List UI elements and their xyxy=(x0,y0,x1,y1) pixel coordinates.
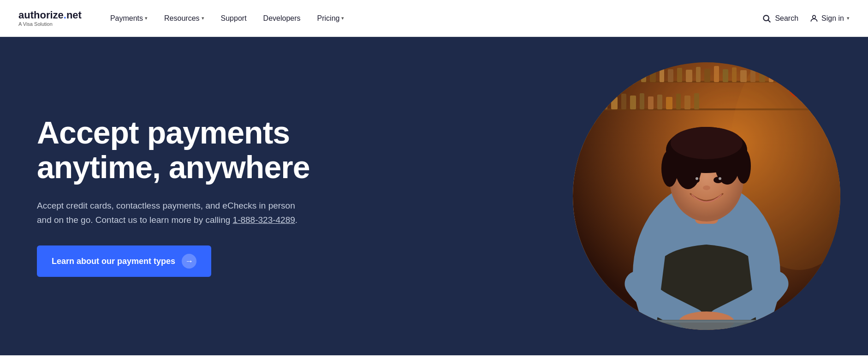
svg-rect-46 xyxy=(666,97,672,109)
nav-payments-label: Payments xyxy=(110,14,143,23)
search-button[interactable]: Search xyxy=(762,14,798,23)
user-icon xyxy=(809,14,819,23)
svg-rect-16 xyxy=(668,69,673,82)
svg-point-66 xyxy=(719,177,721,180)
svg-rect-34 xyxy=(832,70,838,82)
svg-point-67 xyxy=(703,185,710,190)
chevron-down-icon: ▾ xyxy=(847,15,850,21)
svg-rect-52 xyxy=(798,62,800,78)
svg-rect-9 xyxy=(605,68,610,82)
signin-button[interactable]: Sign in ▾ xyxy=(809,14,850,23)
hero-description-end: . xyxy=(295,215,297,225)
svg-rect-14 xyxy=(650,70,656,82)
nav-item-support[interactable]: Support xyxy=(214,11,253,26)
logo-text-authorize: authorize xyxy=(18,9,64,21)
svg-rect-13 xyxy=(641,67,646,82)
svg-rect-37 xyxy=(584,93,590,109)
nav-item-resources[interactable]: Resources ▾ xyxy=(158,11,210,26)
svg-rect-33 xyxy=(823,66,828,82)
svg-rect-39 xyxy=(602,94,607,109)
hero-description: Accept credit cards, contactless payment… xyxy=(37,199,304,227)
svg-rect-23 xyxy=(732,67,737,82)
main-nav: Payments ▾ Resources ▾ Support Developer… xyxy=(104,11,762,26)
svg-point-2 xyxy=(813,15,816,18)
search-label: Search xyxy=(775,14,798,23)
svg-rect-49 xyxy=(694,93,699,109)
svg-line-1 xyxy=(768,20,771,22)
svg-rect-22 xyxy=(723,69,728,82)
svg-rect-17 xyxy=(677,68,682,82)
person-svg xyxy=(573,62,840,330)
hero-content: Accept payments anytime, anywhere Accept… xyxy=(37,115,360,277)
svg-rect-19 xyxy=(696,67,701,82)
svg-rect-8 xyxy=(595,71,601,82)
svg-rect-32 xyxy=(814,69,820,82)
hero-section: Accept payments anytime, anywhere Accept… xyxy=(0,37,868,355)
svg-point-65 xyxy=(696,177,698,180)
nav-resources-label: Resources xyxy=(164,14,199,23)
svg-point-63 xyxy=(690,177,700,183)
logo-link[interactable]: authorize.net A Visa Solution xyxy=(18,10,82,27)
svg-rect-28 xyxy=(777,70,783,82)
svg-rect-30 xyxy=(795,69,802,82)
hero-image xyxy=(573,62,840,330)
svg-rect-47 xyxy=(676,94,681,109)
svg-rect-44 xyxy=(648,96,654,109)
svg-rect-40 xyxy=(611,97,618,109)
nav-item-payments[interactable]: Payments ▾ xyxy=(104,11,154,26)
svg-rect-21 xyxy=(714,66,719,82)
cta-button[interactable]: Learn about our payment types → xyxy=(37,245,211,277)
nav-developers-label: Developers xyxy=(263,14,301,23)
svg-rect-38 xyxy=(594,96,598,109)
svg-point-64 xyxy=(713,177,723,183)
svg-rect-43 xyxy=(640,93,644,109)
svg-point-0 xyxy=(764,15,769,21)
header-actions: Search Sign in ▾ xyxy=(762,14,850,23)
svg-rect-12 xyxy=(632,69,637,82)
cta-label: Learn about our payment types xyxy=(52,257,175,266)
chevron-down-icon: ▾ xyxy=(202,15,204,21)
svg-rect-42 xyxy=(630,96,636,109)
search-icon xyxy=(762,14,771,23)
svg-rect-18 xyxy=(686,70,692,82)
nav-item-pricing[interactable]: Pricing ▾ xyxy=(311,11,351,26)
site-header: authorize.net A Visa Solution Payments ▾… xyxy=(0,0,868,37)
hero-circle-frame xyxy=(573,62,840,330)
logo-subtitle: A Visa Solution xyxy=(18,21,82,27)
svg-rect-20 xyxy=(704,69,710,82)
chevron-down-icon: ▾ xyxy=(145,15,148,21)
chevron-down-icon: ▾ xyxy=(341,15,344,21)
svg-rect-29 xyxy=(786,66,791,82)
arrow-right-icon: → xyxy=(182,254,196,269)
svg-rect-15 xyxy=(660,66,664,82)
hero-phone-link[interactable]: 1-888-323-4289 xyxy=(233,215,295,225)
svg-rect-36 xyxy=(575,96,580,109)
svg-rect-7 xyxy=(587,67,591,82)
nav-pricing-label: Pricing xyxy=(317,14,340,23)
nav-support-label: Support xyxy=(221,14,247,23)
svg-rect-48 xyxy=(684,96,690,109)
signin-label: Sign in xyxy=(821,14,844,23)
svg-rect-11 xyxy=(624,66,628,82)
svg-rect-31 xyxy=(805,67,810,82)
svg-rect-24 xyxy=(740,70,747,82)
logo-brand: authorize.net xyxy=(18,10,82,20)
nav-item-developers[interactable]: Developers xyxy=(257,11,307,26)
svg-point-50 xyxy=(783,62,815,92)
logo-text-net: net xyxy=(66,9,82,21)
svg-rect-41 xyxy=(621,94,626,109)
svg-rect-10 xyxy=(614,70,620,82)
svg-rect-71 xyxy=(573,321,840,330)
hero-title: Accept payments anytime, anywhere xyxy=(37,115,360,185)
svg-point-60 xyxy=(671,127,743,159)
svg-point-61 xyxy=(661,150,678,187)
svg-rect-6 xyxy=(577,69,583,82)
svg-rect-45 xyxy=(657,95,662,109)
svg-point-62 xyxy=(736,149,751,184)
